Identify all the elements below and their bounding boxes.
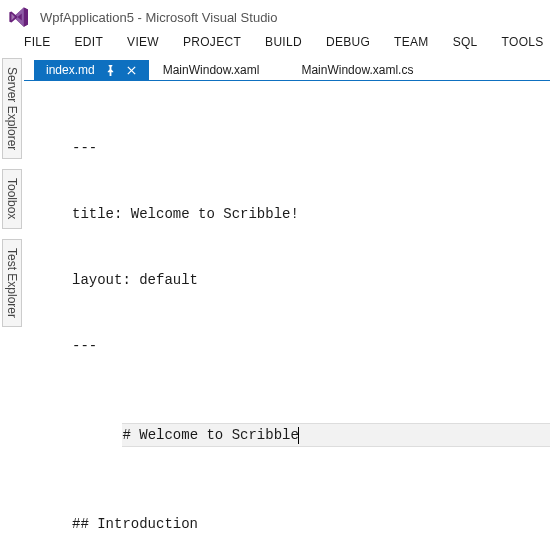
visual-studio-logo-icon [8,6,30,28]
title-bar: WpfApplication5 - Microsoft Visual Studi… [0,0,550,30]
editor-line: # Welcome to Scribble [122,427,298,443]
menu-file[interactable]: FILE [12,31,63,53]
menu-edit[interactable]: EDIT [63,31,116,53]
editor-column: index.md MainWindow.xaml MainWindow.xaml… [24,54,550,550]
side-tab-toolbox[interactable]: Toolbox [2,169,22,228]
menu-view[interactable]: VIEW [115,31,171,53]
menu-debug[interactable]: DEBUG [314,31,382,53]
text-caret [298,427,299,444]
menu-team[interactable]: TEAM [382,31,441,53]
document-tab-strip: index.md MainWindow.xaml MainWindow.xaml… [24,54,550,80]
tab-index-md[interactable]: index.md [34,60,149,80]
side-tab-server-explorer[interactable]: Server Explorer [2,58,22,159]
tab-label: MainWindow.xaml [163,63,260,77]
editor-line: --- [72,335,550,357]
tab-label: index.md [46,63,95,77]
editor-line: layout: default [72,269,550,291]
editor-line: ## Introduction [72,513,550,535]
menu-bar: FILE EDIT VIEW PROJECT BUILD DEBUG TEAM … [0,30,550,54]
editor-line: --- [72,137,550,159]
main-area: Server Explorer Toolbox Test Explorer in… [0,54,550,550]
menu-sql[interactable]: SQL [441,31,490,53]
tab-mainwindow-xaml[interactable]: MainWindow.xaml [149,60,288,80]
tab-label: MainWindow.xaml.cs [301,63,413,77]
code-editor[interactable]: --- title: Welcome to Scribble! layout: … [24,80,550,550]
side-tab-test-explorer[interactable]: Test Explorer [2,239,22,327]
menu-project[interactable]: PROJECT [171,31,253,53]
current-line-highlight: # Welcome to Scribble [122,423,550,447]
collapsed-tool-strip: Server Explorer Toolbox Test Explorer [0,54,24,550]
menu-build[interactable]: BUILD [253,31,314,53]
close-icon[interactable] [126,65,137,76]
menu-tools[interactable]: TOOLS [490,31,550,53]
editor-line: title: Welcome to Scribble! [72,203,550,225]
tab-mainwindow-xaml-cs[interactable]: MainWindow.xaml.cs [287,60,441,80]
window-title: WpfApplication5 - Microsoft Visual Studi… [40,10,277,25]
pin-icon[interactable] [105,65,116,76]
